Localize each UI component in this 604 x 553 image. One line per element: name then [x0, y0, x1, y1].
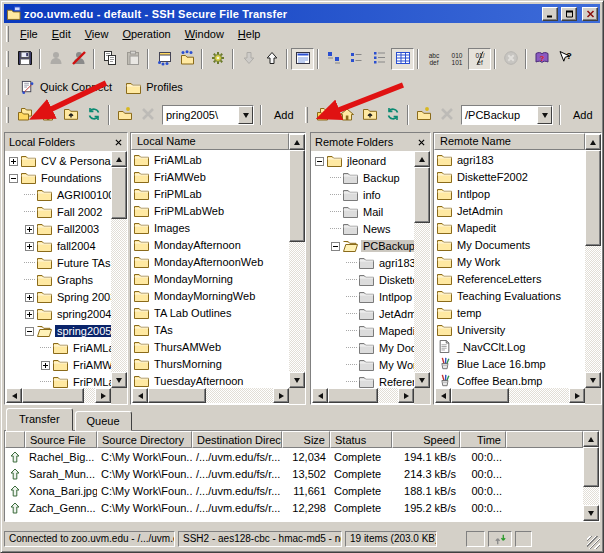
remote-up-button[interactable]	[358, 104, 381, 126]
remote-file-list-item[interactable]: agri183	[435, 151, 585, 168]
remote-file-list-item[interactable]: JetAdmin	[435, 202, 585, 219]
tab-transfer[interactable]: Transfer	[6, 408, 73, 431]
local-folder-tree-item[interactable]: FriAMLab	[6, 339, 111, 356]
remote-file-list-item[interactable]: Intlpop	[435, 185, 585, 202]
scroll-up-button[interactable]	[414, 151, 430, 167]
remote-file-list-item[interactable]: My Work	[435, 253, 585, 270]
scroll-thumb[interactable]	[289, 150, 305, 242]
remote-folder-tree-item[interactable]: agri183	[312, 254, 414, 271]
column-header-time[interactable]: Time	[460, 431, 506, 448]
local-file-list-item[interactable]: MondayMorningWeb	[132, 287, 289, 304]
scroll-up-button[interactable]	[585, 134, 601, 150]
resize-grip[interactable]	[587, 536, 600, 549]
remote-folders-vscrollbar[interactable]	[414, 151, 430, 388]
column-header-source-file[interactable]: Source File	[25, 431, 97, 448]
menu-help[interactable]: Help	[231, 25, 268, 43]
expand-plus-icon[interactable]	[41, 360, 50, 369]
scroll-down-button[interactable]	[414, 372, 430, 388]
menu-operation[interactable]: Operation	[115, 25, 177, 43]
remote-goto-folder-button[interactable]	[312, 104, 335, 126]
local-bar-grip[interactable]	[6, 107, 9, 123]
local-folders-hscrollbar[interactable]	[6, 388, 111, 403]
remote-folder-tree-item[interactable]: Mapedit	[312, 322, 414, 339]
remote-file-list-item[interactable]: _NavCClt.Log	[435, 338, 585, 355]
local-new-folder-button[interactable]	[113, 104, 136, 126]
local-folder-tree-item[interactable]: Spring 2003	[6, 288, 111, 305]
transfer-row[interactable]: Sarah_Mun...C:\My Work\Foun.../.../uvm.e…	[5, 465, 583, 482]
small-icons-view-button[interactable]	[345, 48, 368, 70]
column-header-speed[interactable]: Speed	[392, 431, 460, 448]
local-file-list-item[interactable]: FriAMWeb	[132, 168, 289, 185]
scroll-right-button[interactable]	[273, 388, 289, 403]
remote-folder-tree-item[interactable]: News	[312, 220, 414, 237]
local-home-button[interactable]	[36, 104, 59, 126]
menu-window[interactable]: Window	[178, 25, 231, 43]
remote-refresh-button[interactable]	[381, 104, 404, 126]
scroll-thumb[interactable]	[148, 388, 206, 403]
remote-folder-tree-item[interactable]: Intlpop	[312, 288, 414, 305]
maximize-button[interactable]	[561, 7, 577, 21]
local-name-column-header[interactable]: Local Name	[131, 133, 289, 150]
scroll-left-button[interactable]	[6, 388, 22, 403]
collapse-minus-icon[interactable]	[331, 241, 340, 250]
local-folders-close-button[interactable]	[111, 136, 125, 149]
remote-folder-tree-item[interactable]: info	[312, 186, 414, 203]
local-file-list-item[interactable]: FriPMLab	[132, 185, 289, 202]
remote-file-list-item[interactable]: temp	[435, 304, 585, 321]
collapse-minus-icon[interactable]	[25, 326, 34, 335]
scroll-up-button[interactable]	[111, 151, 127, 167]
save-button[interactable]	[13, 48, 36, 70]
scroll-thumb[interactable]	[583, 447, 599, 487]
scroll-left-button[interactable]	[312, 388, 328, 403]
remote-folder-tree-item[interactable]: JetAdmin	[312, 305, 414, 322]
help-topics-button[interactable]: ?	[530, 48, 553, 70]
local-file-list-item[interactable]: MondayAfternoonWeb	[132, 253, 289, 270]
remote-folders-close-button[interactable]	[414, 136, 428, 149]
details-view-button[interactable]	[391, 48, 414, 70]
local-folder-tree-item[interactable]: Fall 2002	[6, 203, 111, 220]
local-file-list-item[interactable]: ThursAMWeb	[132, 338, 289, 355]
local-file-list-item[interactable]: ThursMorning	[132, 355, 289, 372]
local-files-hscrollbar[interactable]	[132, 388, 289, 403]
scroll-down-button[interactable]	[111, 372, 127, 388]
scroll-thumb[interactable]	[451, 388, 509, 403]
local-files-vscrollbar[interactable]	[289, 134, 305, 388]
tab-queue[interactable]: Queue	[75, 411, 132, 431]
local-folder-tree-item[interactable]: spring2004	[6, 305, 111, 322]
scroll-up-button[interactable]	[583, 431, 599, 447]
remote-file-list-item[interactable]: My Documents	[435, 236, 585, 253]
binary-mode-button[interactable]: 010101	[445, 48, 468, 70]
local-up-button[interactable]	[59, 104, 82, 126]
title-bar[interactable]: zoo.uvm.edu - default - SSH Secure File …	[4, 4, 600, 23]
copy-button[interactable]	[98, 48, 121, 70]
remote-file-list-item[interactable]: Coffee Bean.bmp	[435, 372, 585, 388]
remote-files-hscrollbar[interactable]	[435, 388, 585, 403]
settings-button[interactable]	[206, 48, 229, 70]
local-path-combobox[interactable]: pring2005\	[162, 105, 254, 125]
expand-plus-icon[interactable]	[25, 224, 34, 233]
remote-folder-tree-item[interactable]: ReferenceLetters	[312, 373, 414, 388]
scroll-thumb[interactable]	[111, 167, 127, 219]
expand-plus-icon[interactable]	[25, 292, 34, 301]
disconnect-button[interactable]	[67, 48, 90, 70]
local-file-list-item[interactable]: FriAMLab	[132, 151, 289, 168]
ascii-mode-button[interactable]: abcdef	[422, 48, 445, 70]
large-icons-view-button[interactable]	[322, 48, 345, 70]
scroll-thumb[interactable]	[414, 167, 430, 223]
local-folder-tree-item[interactable]: Future TAs	[6, 254, 111, 271]
context-help-button[interactable]: ?	[553, 48, 576, 70]
transfer-table-vscrollbar[interactable]	[583, 431, 599, 521]
menu-edit[interactable]: Edit	[45, 25, 78, 43]
local-file-list-item[interactable]: TAs	[132, 321, 289, 338]
remote-file-list-item[interactable]: Mapedit	[435, 219, 585, 236]
quickbar-grip[interactable]	[6, 79, 9, 95]
menu-file[interactable]: File	[13, 25, 45, 43]
remote-file-list-item[interactable]: ReferenceLetters	[435, 270, 585, 287]
local-folder-tree-item[interactable]: FriAMWeb	[6, 356, 111, 373]
remote-folder-tree-item[interactable]: Backup	[312, 169, 414, 186]
upload-button[interactable]	[260, 48, 283, 70]
menubar-grip[interactable]	[6, 26, 9, 42]
local-folder-tree-item[interactable]: Graphs	[6, 271, 111, 288]
minimize-button[interactable]	[542, 7, 558, 21]
remote-file-list-item[interactable]: DisketteF2002	[435, 168, 585, 185]
